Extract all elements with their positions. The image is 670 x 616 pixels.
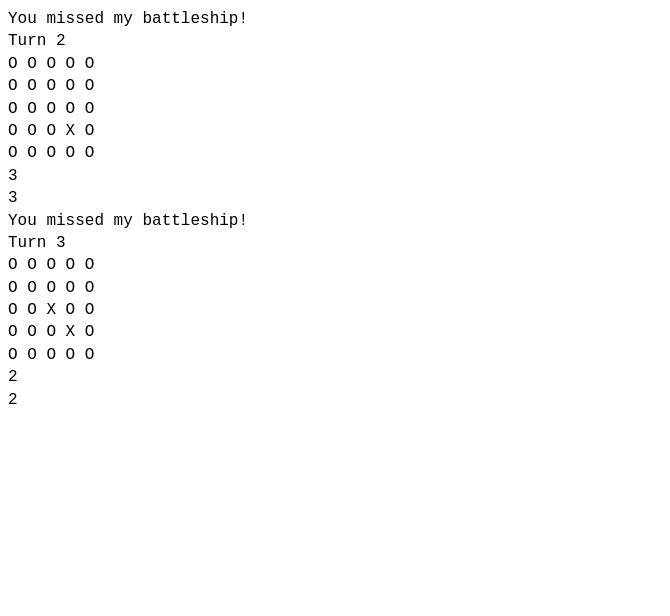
game-output: You missed my battleship! Turn 2 O O O O… [8, 8, 662, 411]
